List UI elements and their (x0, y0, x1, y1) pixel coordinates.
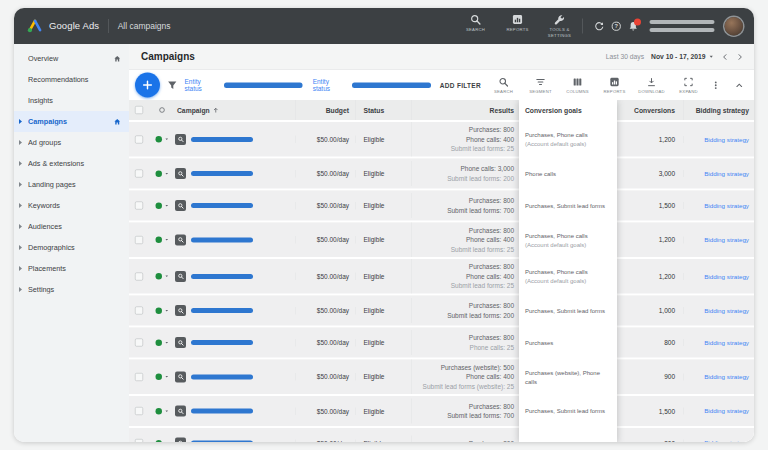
budget-value[interactable]: $50.00/day (295, 236, 355, 244)
toolbar-download-button[interactable]: DOWNLOAD (636, 77, 667, 94)
bidding-strategy-link[interactable]: Bidding strategy (704, 373, 749, 380)
toolbar-reports-button[interactable]: REPORTS (599, 77, 630, 94)
bidding-strategy-link[interactable]: Bidding strategy (704, 236, 749, 243)
status-cell[interactable] (149, 136, 175, 143)
caret-down-icon (709, 54, 715, 60)
enabled-status-icon (155, 339, 162, 346)
date-range-selector[interactable]: Nov 10 - 17, 2019 (651, 53, 714, 61)
redacted-campaign-name[interactable] (191, 237, 253, 242)
sidebar-item-landing-pages[interactable]: Landing pages (14, 174, 129, 195)
row-checkbox[interactable] (135, 236, 143, 244)
campaign-row: $50.00/dayEligiblePurchases: 800Phone ca… (129, 223, 754, 260)
redacted-campaign-name[interactable] (191, 409, 253, 414)
row-checkbox[interactable] (135, 339, 143, 347)
budget-value[interactable]: $50.00/day (295, 407, 355, 415)
column-header-campaign[interactable]: Campaign (175, 100, 295, 120)
row-checkbox[interactable] (135, 135, 143, 143)
bidding-strategy-link[interactable]: Bidding strategy (704, 339, 749, 346)
notifications-icon[interactable] (625, 21, 642, 32)
add-filter-button[interactable]: ADD FILTER (440, 81, 481, 89)
column-header-results[interactable]: Results (411, 100, 519, 120)
sidebar-item-ad-groups[interactable]: Ad groups (14, 132, 129, 153)
status-cell[interactable] (149, 202, 175, 209)
status-cell[interactable] (149, 237, 175, 244)
sidebar-item-demographics[interactable]: Demographics (14, 237, 129, 258)
budget-value[interactable]: $50.00/day (295, 170, 355, 178)
redacted-campaign-name[interactable] (191, 137, 253, 142)
sidebar-item-audiences[interactable]: Audiences (14, 216, 129, 237)
row-checkbox[interactable] (135, 439, 143, 442)
row-checkbox[interactable] (135, 272, 143, 280)
refresh-icon[interactable] (591, 21, 608, 32)
budget-value[interactable]: $50.00/day (295, 373, 355, 381)
column-header-budget[interactable]: Budget (295, 100, 355, 120)
bidding-strategy-link[interactable]: Bidding strategy (704, 440, 749, 443)
row-checkbox[interactable] (135, 170, 143, 178)
conversions-value: 1,200 (617, 136, 683, 144)
select-all-checkbox[interactable] (135, 106, 143, 114)
redacted-campaign-name[interactable] (191, 308, 253, 313)
conversion-goals-cell: Purchases, Phone calls(Account default g… (519, 228, 617, 252)
bidding-strategy-link[interactable]: Bidding strategy (704, 202, 749, 209)
avatar[interactable] (725, 17, 744, 36)
page-header: Campaigns Last 30 days Nov 10 - 17, 2019 (129, 44, 754, 70)
status-cell[interactable] (149, 273, 175, 280)
bidding-strategy-cell: Bidding strategy (683, 307, 754, 314)
sidebar-item-recommendations[interactable]: Recommendations (14, 69, 129, 90)
status-cell[interactable] (149, 408, 175, 415)
sidebar-item-ads-extensions[interactable]: Ads & extensions (14, 153, 129, 174)
redacted-campaign-name[interactable] (191, 203, 253, 208)
column-header-status[interactable]: Status (355, 100, 411, 120)
bidding-strategy-link[interactable]: Bidding strategy (704, 408, 749, 415)
column-header-conversion-goals[interactable]: Conversion goals (519, 100, 617, 120)
filter-chip-entity-status[interactable]: Entity status (185, 78, 303, 93)
budget-value[interactable]: $50.00/day (295, 339, 355, 347)
column-header-bidding-strategy[interactable]: Bidding strategy (683, 100, 754, 120)
new-campaign-button[interactable] (135, 73, 160, 98)
appbar-reports-button[interactable]: REPORTS (499, 14, 536, 33)
redacted-campaign-name[interactable] (191, 171, 253, 176)
redacted-campaign-name[interactable] (191, 340, 253, 345)
filter-icon[interactable] (167, 80, 178, 91)
budget-value[interactable]: $50.00/day (295, 439, 355, 442)
bidding-strategy-link[interactable]: Bidding strategy (704, 136, 749, 143)
filter-chip-entity-status[interactable]: Entity status (313, 78, 431, 93)
sidebar-item-insights[interactable]: Insights (14, 90, 129, 111)
row-checkbox[interactable] (135, 373, 143, 381)
sidebar-item-settings[interactable]: Settings (14, 279, 129, 300)
redacted-campaign-name[interactable] (191, 441, 253, 443)
budget-value[interactable]: $50.00/day (295, 202, 355, 210)
status-cell[interactable] (149, 307, 175, 314)
budget-value[interactable]: $50.00/day (295, 273, 355, 281)
bidding-strategy-link[interactable]: Bidding strategy (704, 307, 749, 314)
sidebar-item-campaigns[interactable]: Campaigns (14, 111, 129, 132)
help-icon[interactable]: ? (608, 21, 625, 32)
bidding-strategy-link[interactable]: Bidding strategy (704, 273, 749, 280)
toolbar-segment-button[interactable]: SEGMENT (525, 77, 556, 94)
previous-period-icon[interactable] (721, 53, 729, 61)
status-cell[interactable] (149, 339, 175, 346)
appbar-search-button[interactable]: SEARCH (457, 14, 494, 33)
collapse-panel-icon[interactable] (735, 80, 745, 90)
redacted-campaign-name[interactable] (191, 374, 253, 379)
row-checkbox[interactable] (135, 307, 143, 315)
row-checkbox[interactable] (135, 407, 143, 415)
next-period-icon[interactable] (736, 53, 744, 61)
budget-value[interactable]: $50.00/day (295, 136, 355, 144)
more-options-icon[interactable] (711, 80, 721, 90)
bidding-strategy-link[interactable]: Bidding strategy (704, 170, 749, 177)
status-cell[interactable] (149, 170, 175, 177)
toolbar-search-button[interactable]: SEARCH (488, 77, 519, 94)
row-checkbox[interactable] (135, 202, 143, 210)
sidebar-item-overview[interactable]: Overview (14, 48, 129, 69)
status-cell[interactable] (149, 374, 175, 381)
sidebar-item-keywords[interactable]: Keywords (14, 195, 129, 216)
column-header-conversions[interactable]: Conversions (617, 100, 683, 120)
sidebar-item-placements[interactable]: Placements (14, 258, 129, 279)
appbar-tools-settings-button[interactable]: TOOLS & SETTINGS (541, 14, 578, 38)
budget-value[interactable]: $50.00/day (295, 307, 355, 315)
toolbar-columns-button[interactable]: COLUMNS (562, 77, 593, 94)
status-cell[interactable] (149, 440, 175, 442)
redacted-campaign-name[interactable] (191, 274, 253, 279)
toolbar-expand-button[interactable]: EXPAND (673, 77, 704, 94)
